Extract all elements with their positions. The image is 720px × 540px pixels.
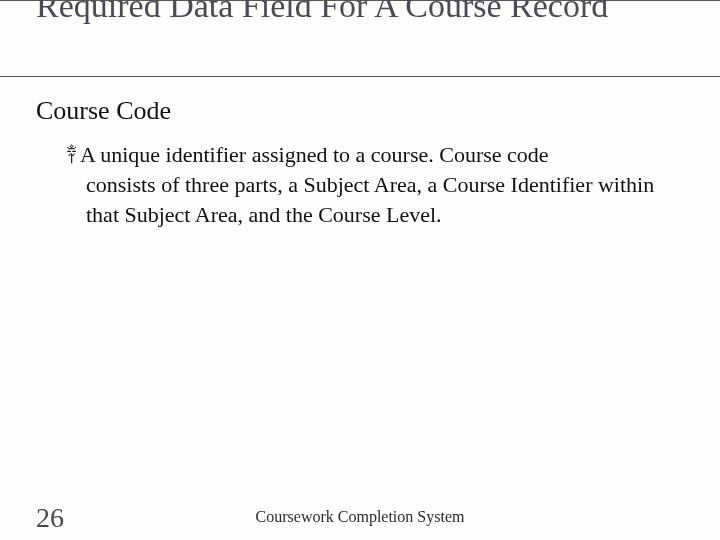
bullet-line1: A unique identifier assigned to a course… [80,140,660,170]
rule-bottom [0,76,720,77]
section-heading: Course Code [36,96,171,126]
bullet-continuation: consists of three parts, a Subject Area,… [86,170,660,230]
body-text: ༒ A unique identifier assigned to a cour… [66,140,660,230]
slide-title: Required Data Field For A Course Record [36,0,680,26]
slide: Required Data Field For A Course Record … [0,0,720,540]
bullet-icon: ༒ [66,140,76,170]
footer-text: Coursework Completion System [0,508,720,526]
bullet-item: ༒ A unique identifier assigned to a cour… [66,140,660,170]
